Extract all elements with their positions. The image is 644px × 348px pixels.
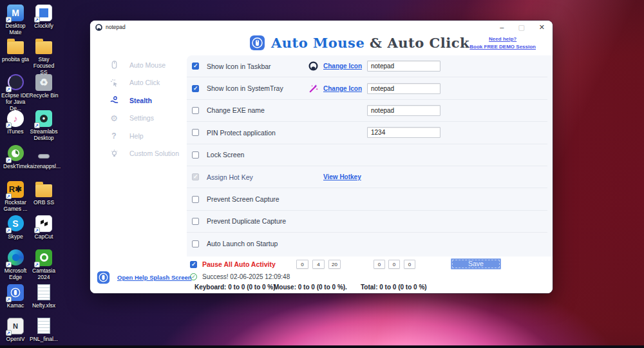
desktop-icon-openiv[interactable]: N↗OpenIV bbox=[1, 317, 30, 342]
checkbox-prevent-duplicate-capture[interactable] bbox=[192, 218, 199, 225]
desktop-icon-label: Kamac bbox=[7, 302, 24, 309]
save-button[interactable]: Save bbox=[451, 258, 501, 269]
settings-rows: Show Icon in TaskbarChange IconShow Icon… bbox=[187, 55, 553, 256]
desktop-icon-rockstar-games[interactable]: R✱↗Rockstar Games ... bbox=[1, 180, 30, 212]
desktop-icon-eclipse-ide-for-java-de[interactable]: ↗Eclipse IDE for Java De... bbox=[1, 73, 30, 111]
pause-timer-input-3[interactable] bbox=[328, 260, 341, 269]
shortcut-arrow-icon: ↗ bbox=[34, 262, 40, 267]
skype-icon: S↗ bbox=[7, 215, 24, 232]
resume-timer-input-1[interactable] bbox=[374, 260, 385, 269]
pause-all-label: Pause All Auto Activity bbox=[202, 260, 276, 268]
desktop-icon-label: Microsoft Edge bbox=[1, 267, 30, 280]
desktop-icon-kaizenappsl[interactable]: kaizenappsl... bbox=[29, 144, 59, 169]
sidebar-item-label: Auto Click bbox=[129, 79, 160, 86]
sidebar-item-auto-mouse[interactable]: Auto Mouse bbox=[90, 56, 187, 74]
desktop-icon-clockify[interactable]: ↗Clockify bbox=[29, 4, 59, 29]
pause-all-checkbox[interactable] bbox=[190, 261, 197, 268]
checkbox-auto-launch-on-startup[interactable] bbox=[192, 240, 199, 247]
pause-timer-input-1[interactable] bbox=[296, 260, 308, 269]
desktop-icon-capcut[interactable]: ↗CapCut bbox=[29, 215, 59, 240]
maximize-button[interactable]: ▢ bbox=[518, 24, 524, 31]
shortcut-arrow-icon: ↗ bbox=[6, 227, 12, 233]
shortcut-arrow-icon: ↗ bbox=[34, 17, 40, 23]
app-brand: Auto Mouse & Auto Click bbox=[249, 35, 469, 51]
shortcut-arrow-icon: ↗ bbox=[6, 122, 12, 128]
need-help-link[interactable]: Need help? bbox=[469, 35, 536, 43]
rockstar-icon: R✱↗ bbox=[7, 180, 24, 198]
pause-timer-input-2[interactable] bbox=[312, 260, 325, 269]
bulb-icon bbox=[109, 149, 118, 158]
open-help-splash-link[interactable]: Open Help Splash Screen bbox=[117, 274, 192, 281]
sidebar-item-label: Auto Mouse bbox=[129, 61, 166, 69]
checkbox-prevent-screen-capture[interactable] bbox=[192, 196, 199, 203]
desktop-icon-recycle-bin[interactable]: ♻Recycle Bin bbox=[29, 73, 59, 99]
desktop-icon-camtasia-2024[interactable]: ↗Camtasia 2024 bbox=[29, 249, 59, 280]
desktop-icon-pnobita-gta[interactable]: pnobita gta bbox=[1, 37, 30, 63]
setting-row-assign-hot-key: Assign Hot KeyView Hotkey bbox=[187, 166, 547, 188]
sidebar-item-label: Stealth bbox=[129, 97, 152, 104]
minimize-button[interactable]: – bbox=[500, 24, 504, 31]
resume-timer-input-3[interactable] bbox=[404, 260, 415, 269]
window-title: notepad bbox=[106, 24, 126, 30]
openiv-icon: N↗ bbox=[7, 317, 24, 334]
sidebar-item-custom-solution[interactable]: Custom Solution bbox=[90, 145, 187, 163]
checkbox-lock-screen[interactable] bbox=[192, 151, 199, 159]
input-change-exe-name[interactable] bbox=[367, 105, 440, 116]
desktop-icon-label: Clockify bbox=[34, 23, 53, 29]
desktop-icon-itunes[interactable]: ♪↗iTunes bbox=[1, 110, 30, 135]
desktop-icon-skype[interactable]: S↗Skype bbox=[1, 215, 30, 240]
sheet-icon bbox=[35, 317, 53, 334]
app-header: Auto Mouse & Auto Click Need help? Book … bbox=[90, 34, 553, 55]
close-button[interactable]: ✕ bbox=[539, 24, 545, 31]
setting-row-show-icon-in-taskbar: Show Icon in TaskbarChange Icon bbox=[187, 55, 547, 77]
desktop-icon-stay-focused-ss[interactable]: Stay Focused SS bbox=[29, 37, 59, 75]
shortcut-arrow-icon: ↗ bbox=[6, 157, 12, 163]
desktop-icon-nefty-xlsx[interactable]: Nefty.xlsx bbox=[29, 284, 59, 309]
resume-timer-input-2[interactable] bbox=[388, 260, 400, 269]
desktop-icon-microsoft-edge[interactable]: ↗Microsoft Edge bbox=[1, 249, 30, 280]
input-show-icon-in-taskbar[interactable] bbox=[367, 61, 440, 72]
input-show-icon-in-systemtray[interactable] bbox=[367, 83, 440, 94]
desktop-icon-label: Eclipse IDE for Java De... bbox=[1, 92, 30, 111]
change-icon-link[interactable]: Change Icon bbox=[323, 63, 362, 70]
checkbox-show-icon-in-systemtray[interactable] bbox=[192, 85, 199, 92]
checkbox-change-exe-name[interactable] bbox=[192, 107, 199, 114]
desktop-icon-desktime[interactable]: ↗DeskTime bbox=[1, 144, 30, 169]
setting-label: Assign Hot Key bbox=[207, 173, 253, 181]
question-icon: ? bbox=[109, 131, 118, 140]
book-demo-link[interactable]: Book FREE DEMO Session bbox=[469, 43, 536, 51]
person-icon bbox=[109, 96, 118, 105]
setting-label: Show Icon in Taskbar bbox=[207, 63, 271, 70]
input-pin-protect-application[interactable] bbox=[367, 127, 440, 138]
sidebar-item-stealth[interactable]: Stealth bbox=[90, 92, 187, 110]
desktop-icon-desktop-mate[interactable]: M↗Desktop Mate bbox=[1, 4, 30, 35]
setting-row-pin-protect-application: PIN Protect application bbox=[187, 122, 547, 144]
desktop-icon-label: kaizenappsl... bbox=[27, 163, 61, 169]
sidebar-item-settings[interactable]: ⚙Settings bbox=[90, 110, 187, 128]
github-circle-icon bbox=[308, 61, 318, 72]
app-window: notepad – ▢ ✕ Auto Mouse & Auto Click Ne… bbox=[90, 21, 553, 293]
magic-wand-icon bbox=[308, 83, 318, 93]
desktop-icon-streamlabs-desktop[interactable]: ●↗Streamlabs Desktop bbox=[29, 110, 59, 141]
footer-logo-mouse-icon bbox=[97, 271, 110, 284]
shortcut-arrow-icon: ↗ bbox=[6, 193, 12, 199]
sidebar-item-help[interactable]: ?Help bbox=[90, 127, 187, 145]
shortcut-arrow-icon: ↗ bbox=[34, 227, 40, 233]
sheet-icon bbox=[35, 284, 53, 301]
mouse-icon bbox=[109, 61, 118, 70]
desktop-icon-pnl-final[interactable]: PNL_final... bbox=[29, 317, 59, 342]
sidebar-item-auto-click[interactable]: Auto Click bbox=[90, 74, 187, 92]
checkbox-show-icon-in-taskbar[interactable] bbox=[192, 63, 199, 70]
checkbox-assign-hot-key[interactable] bbox=[192, 173, 199, 180]
desktop-icon-orb-ss[interactable]: ORB SS bbox=[29, 180, 59, 206]
checkbox-pin-protect-application[interactable] bbox=[192, 129, 199, 136]
view-hotkey-link[interactable]: View Hotkey bbox=[323, 173, 361, 180]
mouse-stats: Mouse: 0 to 0 (0 to 0 %). bbox=[274, 284, 347, 291]
desktop-icon-label: OpenIV bbox=[6, 336, 25, 342]
keyboard-stats: Keyboard: 0 to 0 (0 to 0 %). bbox=[194, 284, 277, 291]
clockify-icon: ↗ bbox=[35, 4, 53, 21]
shortcut-arrow-icon: ↗ bbox=[6, 262, 12, 267]
change-icon-link[interactable]: Change Icon bbox=[323, 85, 362, 92]
total-stats: Total: 0 to 0 (0 to 0 %) bbox=[361, 284, 427, 291]
desktop-icon-kamac[interactable]: ↗Kamac bbox=[1, 284, 30, 309]
